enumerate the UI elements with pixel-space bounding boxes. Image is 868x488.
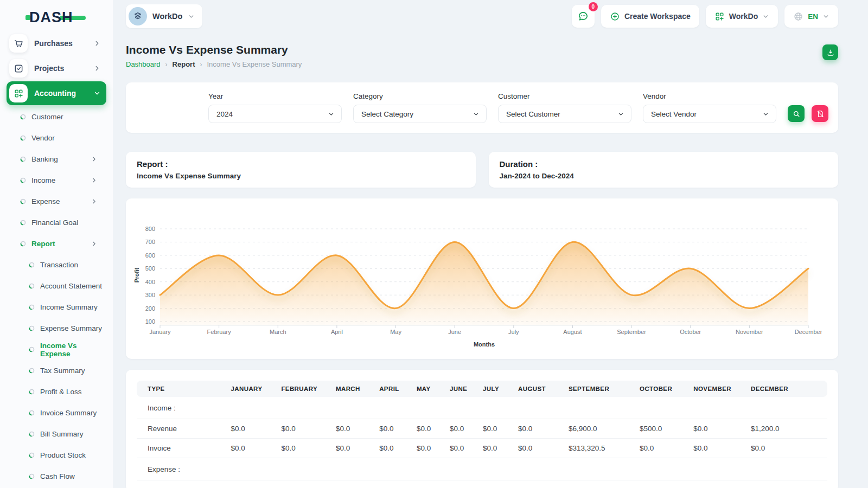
sidebar-item-purchases[interactable]: Purchases: [7, 31, 106, 55]
svg-text:September: September: [617, 329, 646, 335]
vendor-select[interactable]: Select Vendor: [643, 105, 776, 123]
chevron-right-icon: [91, 156, 98, 163]
sidebar-item-report[interactable]: Report: [7, 233, 106, 254]
cart-icon: [14, 38, 24, 49]
main-area: WorkDo 0 Create Workspace WorkDo: [113, 0, 868, 488]
bullet-icon: [28, 304, 35, 311]
sidebar-item-customer[interactable]: Customer: [7, 106, 106, 127]
sidebar-item-label: Vendor: [31, 134, 55, 142]
filter-actions: [788, 105, 828, 122]
page-title: Income Vs Expense Summary: [126, 43, 302, 56]
svg-text:October: October: [680, 329, 701, 335]
sidebar-item-label: Financial Goal: [31, 219, 78, 227]
row-value: $0.0: [226, 419, 277, 439]
chevron-right-icon: [91, 198, 98, 205]
column-header-january: JANUARY: [226, 381, 277, 397]
sidebar-item-label: Expense Summary: [40, 324, 102, 332]
sidebar-item-bill-summary[interactable]: Bill Summary: [7, 423, 106, 445]
customer-select-value: Select Customer: [506, 110, 560, 118]
bullet-icon: [28, 346, 35, 353]
year-field: Year 2024: [208, 92, 342, 123]
svg-text:200: 200: [145, 305, 155, 312]
plus-circle-icon: [610, 11, 620, 22]
sidebar-item-account-statement[interactable]: Account Statement: [7, 275, 106, 297]
sidebar-item-accounting[interactable]: Accounting: [7, 81, 106, 105]
bullet-icon: [28, 452, 35, 459]
row-value: $1,200.0: [746, 419, 827, 439]
sidebar-item-transaction[interactable]: Transaction: [7, 254, 106, 275]
report-label: Report :: [137, 159, 465, 169]
row-value: $6,900.0: [564, 419, 635, 439]
download-report-button[interactable]: [822, 44, 838, 60]
sidebar-item-profit-loss[interactable]: Profit & Loss: [7, 381, 106, 402]
sidebar-item-label: Income Vs Expense: [40, 342, 106, 358]
row-value: $0.0: [277, 439, 331, 458]
row-value: $0.0: [478, 439, 514, 458]
bullet-icon: [20, 240, 27, 247]
workdo-menu-button[interactable]: WorkDo: [706, 5, 778, 28]
chevron-right-icon: [91, 177, 98, 184]
apply-filter-button[interactable]: [788, 105, 805, 122]
bullet-icon: [20, 198, 27, 205]
breadcrumb-dashboard[interactable]: Dashboard: [126, 60, 161, 68]
breadcrumb-report[interactable]: Report: [173, 60, 195, 68]
income-vs-expense-chart: 100200300400500600700800JanuaryFebruaryM…: [130, 205, 833, 357]
column-header-april: APRIL: [375, 381, 412, 397]
sidebar-item-vendor[interactable]: Vendor: [7, 127, 106, 149]
year-select[interactable]: 2024: [208, 105, 342, 123]
column-header-december: DECEMBER: [746, 381, 827, 397]
customer-field: Customer Select Customer: [498, 92, 631, 123]
sidebar-item-income-summary[interactable]: Income Summary: [7, 297, 106, 318]
svg-text:December: December: [795, 329, 822, 335]
x-axis-label: Months: [474, 341, 495, 348]
column-header-august: AUGUST: [514, 381, 564, 397]
customer-select[interactable]: Select Customer: [498, 105, 631, 123]
reset-filter-button[interactable]: [812, 105, 828, 122]
sidebar-item-expense-summary[interactable]: Expense Summary: [7, 318, 106, 339]
category-select[interactable]: Select Category: [353, 105, 487, 123]
sidebar-item-income[interactable]: Income: [7, 170, 106, 191]
sidebar-item-expense[interactable]: Expense: [7, 191, 106, 212]
sidebar-item-label: Projects: [34, 64, 87, 73]
logo-text: DASH: [29, 9, 73, 25]
svg-text:700: 700: [145, 239, 155, 245]
sidebar-item-tax-summary[interactable]: Tax Summary: [7, 360, 106, 381]
row-value: $0.0: [689, 439, 746, 458]
building-icon: [133, 11, 143, 21]
sidebar-item-financial-goal[interactable]: Financial Goal: [7, 212, 106, 233]
sidebar-item-label: Banking: [31, 155, 58, 163]
sidebar-item-invoice-summary[interactable]: Invoice Summary: [7, 402, 106, 423]
sidebar-item-product-stock[interactable]: Product Stock: [7, 445, 106, 466]
bullet-icon: [20, 219, 27, 226]
chevron-down-icon: [762, 111, 769, 118]
bullet-icon: [28, 409, 35, 416]
messages-button[interactable]: 0: [572, 5, 595, 28]
language-label: EN: [808, 12, 818, 21]
sidebar-item-label: Expense: [31, 197, 60, 206]
sidebar-item-label: Purchases: [34, 39, 87, 48]
language-selector[interactable]: EN: [784, 5, 838, 28]
chevron-right-icon: [91, 240, 98, 247]
sidebar-item-cash-flow[interactable]: Cash Flow: [7, 466, 106, 487]
workspace-avatar: [129, 7, 147, 25]
row-value: $0.0: [445, 419, 478, 439]
category-select-value: Select Category: [361, 110, 413, 118]
sidebar-item-banking[interactable]: Banking: [7, 149, 106, 170]
svg-text:January: January: [149, 329, 171, 335]
svg-text:300: 300: [145, 292, 155, 298]
brand-logo[interactable]: DASH: [29, 9, 89, 26]
create-workspace-button[interactable]: Create Workspace: [601, 5, 699, 28]
workspace-switcher[interactable]: WorkDo: [126, 4, 202, 28]
check-square-icon: [9, 59, 28, 78]
row-value: $0.0: [375, 419, 412, 439]
bullet-icon: [28, 388, 35, 395]
row-type: Invoice: [137, 439, 226, 458]
sidebar-item-projects[interactable]: Projects: [7, 56, 106, 80]
sidebar-item-label: Invoice Summary: [40, 409, 97, 417]
file-slash-icon: [816, 110, 825, 118]
row-value: $313,320.5: [564, 439, 635, 458]
sidebar-nav: PurchasesProjectsAccounting CustomerVend…: [0, 31, 113, 487]
bullet-icon: [20, 134, 27, 142]
sidebar-item-income-vs-expense[interactable]: Income Vs Expense: [7, 339, 106, 360]
row-value: $0.0: [478, 419, 514, 439]
